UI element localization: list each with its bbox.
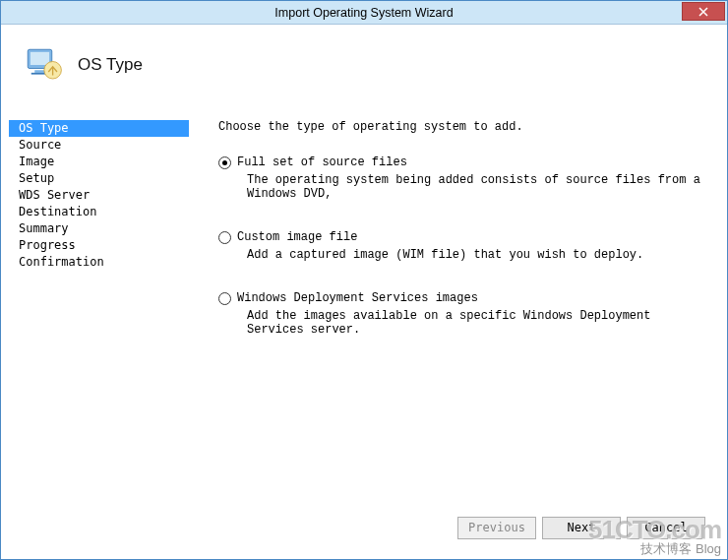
header: OS Type	[1, 25, 727, 100]
radio-full-source[interactable]	[218, 156, 231, 169]
svg-rect-1	[30, 52, 49, 65]
page-title: OS Type	[78, 55, 143, 75]
sidebar-item-source[interactable]: Source	[9, 137, 189, 154]
option-label: Full set of source files	[237, 156, 707, 169]
option-full-source[interactable]: Full set of source files The operating s…	[218, 156, 707, 201]
sidebar-item-destination[interactable]: Destination	[9, 204, 189, 220]
sidebar-item-setup[interactable]: Setup	[9, 170, 189, 187]
button-row: Previous Next Cancel	[457, 517, 705, 539]
sidebar-item-confirmation[interactable]: Confirmation	[9, 254, 189, 271]
sidebar-item-progress[interactable]: Progress	[9, 237, 189, 254]
close-button[interactable]	[682, 2, 725, 21]
sidebar-item-image[interactable]: Image	[9, 154, 189, 170]
wizard-steps-sidebar: OS Type Source Image Setup WDS Server De…	[9, 110, 189, 366]
window-title: Import Operating System Wizard	[1, 6, 727, 20]
svg-rect-2	[34, 70, 45, 73]
option-description: The operating system being added consist…	[237, 173, 707, 201]
radio-wds-images[interactable]	[218, 292, 231, 305]
instruction-text: Choose the type of operating system to a…	[218, 120, 707, 134]
main-panel: Choose the type of operating system to a…	[189, 110, 715, 366]
sidebar-item-summary[interactable]: Summary	[9, 220, 189, 237]
wizard-icon	[23, 44, 64, 86]
next-button[interactable]: Next	[542, 517, 621, 539]
cancel-button[interactable]: Cancel	[627, 517, 705, 539]
option-description: Add a captured image (WIM file) that you…	[237, 248, 707, 262]
radio-custom-image[interactable]	[218, 231, 231, 244]
option-label: Custom image file	[237, 230, 707, 244]
previous-button: Previous	[457, 517, 536, 539]
sidebar-item-wds-server[interactable]: WDS Server	[9, 187, 189, 204]
option-wds-images[interactable]: Windows Deployment Services images Add t…	[218, 291, 707, 337]
titlebar: Import Operating System Wizard	[1, 1, 727, 25]
option-description: Add the images available on a specific W…	[237, 309, 707, 337]
option-custom-image[interactable]: Custom image file Add a captured image (…	[218, 230, 707, 262]
close-icon	[698, 7, 708, 17]
option-label: Windows Deployment Services images	[237, 291, 707, 305]
sidebar-item-os-type[interactable]: OS Type	[9, 120, 189, 137]
